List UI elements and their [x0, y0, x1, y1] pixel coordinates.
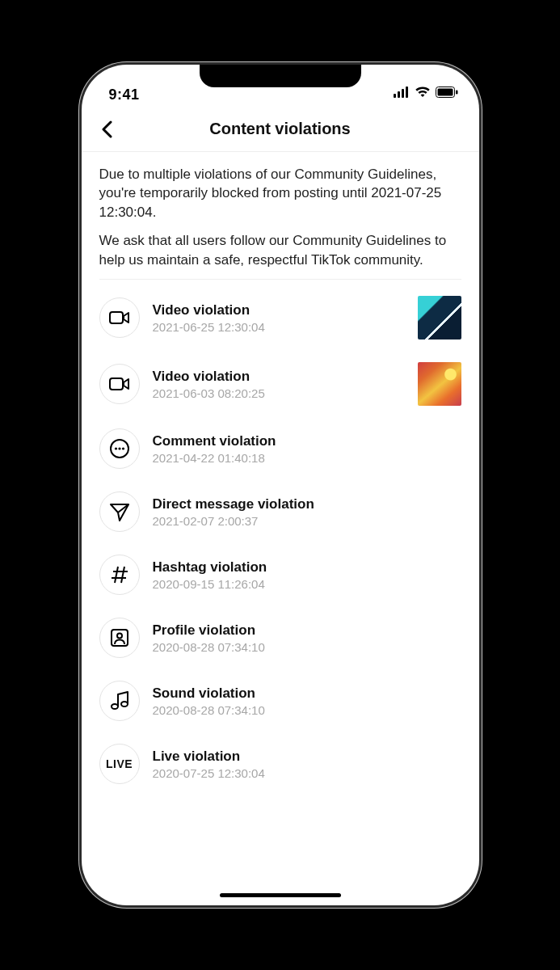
video-icon [99, 297, 140, 338]
battery-icon [436, 85, 458, 102]
send-icon [99, 491, 140, 532]
violation-title: Live violation [153, 749, 461, 765]
hashtag-icon [99, 555, 140, 595]
violation-title: Direct message violation [153, 496, 461, 512]
violation-list: Video violation2021-06-25 12:30:04Video … [99, 285, 461, 795]
violation-timestamp: 2020-07-25 12:30:04 [153, 766, 461, 780]
violation-timestamp: 2020-08-28 07:34:10 [153, 703, 461, 717]
svg-point-20 [112, 704, 118, 709]
svg-rect-3 [406, 86, 408, 98]
violation-timestamp: 2021-06-03 08:20:25 [153, 386, 405, 400]
svg-rect-6 [456, 91, 458, 95]
phone-frame: 9:41 [82, 65, 479, 905]
svg-point-12 [121, 448, 124, 450]
violation-text: Sound violation2020-08-28 07:34:10 [153, 685, 461, 717]
svg-point-19 [117, 634, 122, 639]
content-area: Due to multiple violations of our Commun… [82, 152, 479, 905]
svg-rect-1 [398, 91, 400, 98]
wifi-icon [415, 85, 431, 102]
back-button[interactable] [93, 115, 122, 144]
status-icons [394, 85, 458, 107]
svg-line-16 [115, 567, 118, 583]
violation-title: Video violation [153, 302, 405, 318]
status-time: 9:41 [109, 86, 140, 107]
violation-title: Sound violation [153, 685, 461, 702]
violation-item[interactable]: LIVELive violation2020-07-25 12:30:04 [99, 732, 461, 795]
violation-item[interactable]: Hashtag violation2020-09-15 11:26:04 [99, 543, 461, 606]
svg-rect-5 [437, 89, 453, 96]
violation-title: Hashtag violation [153, 559, 461, 576]
live-icon: LIVE [99, 744, 140, 784]
violation-item[interactable]: Profile violation2020-08-28 07:34:10 [99, 606, 461, 669]
violation-timestamp: 2021-04-22 01:40:18 [153, 451, 461, 465]
violation-item[interactable]: Comment violation2021-04-22 01:40:18 [99, 417, 461, 480]
violation-timestamp: 2020-08-28 07:34:10 [153, 640, 461, 654]
home-indicator[interactable] [220, 893, 341, 897]
violation-thumbnail [418, 362, 461, 406]
svg-rect-0 [394, 94, 396, 98]
intro-paragraph-1: Due to multiple violations of our Commun… [99, 165, 461, 221]
violation-timestamp: 2021-02-07 2:00:37 [153, 514, 461, 528]
violation-text: Live violation2020-07-25 12:30:04 [153, 749, 461, 780]
violation-timestamp: 2020-09-15 11:26:04 [153, 577, 461, 591]
violation-item[interactable]: Sound violation2020-08-28 07:34:10 [99, 669, 461, 732]
notch [200, 65, 361, 87]
chevron-left-icon [101, 120, 114, 138]
video-icon [99, 364, 140, 404]
svg-rect-8 [110, 378, 123, 390]
violation-item[interactable]: Direct message violation2021-02-07 2:00:… [99, 480, 461, 543]
sound-icon [99, 681, 140, 721]
svg-point-11 [118, 448, 120, 450]
nav-bar: Content violations [82, 107, 479, 152]
violation-item[interactable]: Video violation2021-06-03 08:20:25 [99, 351, 461, 417]
violation-text: Comment violation2021-04-22 01:40:18 [153, 433, 461, 465]
violation-item[interactable]: Video violation2021-06-25 12:30:04 [99, 285, 461, 351]
divider [99, 279, 461, 280]
svg-line-17 [121, 567, 124, 583]
page-title: Content violations [82, 120, 479, 138]
violation-text: Hashtag violation2020-09-15 11:26:04 [153, 559, 461, 591]
intro-block: Due to multiple violations of our Commun… [99, 165, 461, 269]
svg-point-21 [121, 702, 128, 706]
comment-icon [99, 428, 140, 469]
violation-title: Video violation [153, 369, 405, 385]
violation-text: Video violation2021-06-03 08:20:25 [153, 369, 405, 400]
violation-title: Comment violation [153, 433, 461, 449]
svg-rect-7 [110, 312, 123, 323]
profile-icon [99, 618, 140, 658]
violation-timestamp: 2021-06-25 12:30:04 [153, 320, 405, 334]
svg-rect-2 [402, 89, 404, 98]
svg-point-10 [114, 448, 116, 450]
violation-thumbnail [418, 296, 461, 340]
violation-text: Video violation2021-06-25 12:30:04 [153, 302, 405, 334]
cellular-icon [394, 85, 410, 102]
violation-title: Profile violation [153, 622, 461, 639]
violation-text: Direct message violation2021-02-07 2:00:… [153, 496, 461, 528]
violation-text: Profile violation2020-08-28 07:34:10 [153, 622, 461, 654]
intro-paragraph-2: We ask that all users follow our Communi… [99, 231, 461, 269]
